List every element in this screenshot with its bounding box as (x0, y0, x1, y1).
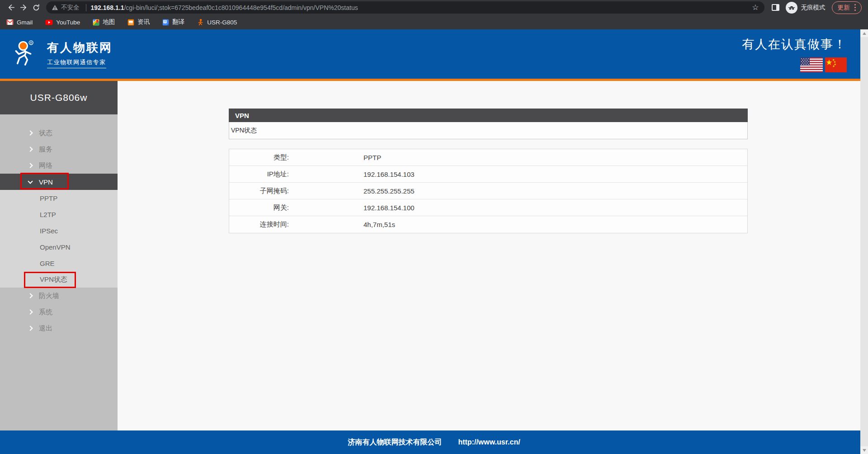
reload-button[interactable] (30, 2, 42, 14)
row-label: 子网掩码: (229, 187, 289, 195)
bookmark-label: 翻译 (172, 18, 184, 26)
address-bar[interactable]: 不安全 192.168.1.1/cgi-bin/luci/;stok=6725b… (46, 1, 764, 14)
bookmark-label: Gmail (17, 19, 33, 26)
chevron-right-icon (28, 293, 33, 298)
row-value: 255.255.255.255 (363, 187, 415, 195)
chevron-right-icon (28, 326, 33, 331)
sidebar-nav: 状态 服务 网络 VPN PPTP L2TP IPSec OpenVPN GRE… (0, 114, 118, 336)
header-right: 有人在认真做事！ (742, 36, 847, 72)
table-row: 连接时间:4h,7m,51s (229, 216, 747, 233)
bookmark-translate[interactable]: 翻译 (162, 18, 184, 26)
chevron-right-icon (28, 130, 33, 135)
bookmark-label: YouTube (56, 19, 80, 26)
sidebar-item-label: L2TP (40, 211, 56, 218)
bookmark-gmail[interactable]: Gmail (6, 19, 33, 26)
sidebar-item-pptp[interactable]: PPTP (0, 190, 118, 206)
us-flag-icon[interactable] (800, 57, 823, 72)
table-row: 子网掩码:255.255.255.255 (229, 183, 747, 199)
chrome-menu-icon[interactable] (854, 4, 856, 11)
chevron-down-icon (28, 179, 33, 184)
footer-website-link[interactable]: http://www.usr.cn/ (458, 438, 520, 446)
sidebar-item-gre[interactable]: GRE (0, 255, 118, 271)
update-label: 更新 (838, 4, 850, 12)
row-value: 192.168.154.103 (363, 170, 415, 178)
news-icon (127, 19, 134, 26)
incognito-indicator: 无痕模式 (786, 2, 826, 14)
side-panel-icon[interactable] (772, 4, 779, 11)
maps-icon (93, 19, 99, 26)
chrome-update-button[interactable]: 更新 (832, 1, 862, 14)
bookmark-usr-g805[interactable]: USR-G805 (197, 19, 237, 26)
page-scrollbar[interactable] (860, 29, 868, 454)
sidebar-item-label: PPTP (40, 194, 57, 202)
row-value: 192.168.154.100 (363, 204, 415, 212)
row-value: PPTP (363, 154, 381, 161)
scrollbar-down-arrow[interactable] (860, 446, 868, 454)
sidebar-item-label: 网络 (39, 161, 52, 170)
header-slogan: 有人在认真做事！ (742, 36, 847, 52)
toolbar-right-controls: 无痕模式 更新 (772, 1, 862, 14)
page-body: USR-G806w 状态 服务 网络 VPN PPTP L2TP IPSec O… (0, 81, 868, 430)
row-label: 网关: (229, 203, 289, 212)
bookmark-youtube[interactable]: YouTube (45, 19, 80, 26)
language-flags (742, 57, 847, 72)
reload-icon (32, 4, 40, 12)
sidebar-item-logout[interactable]: 退出 (0, 320, 118, 336)
sidebar-item-services[interactable]: 服务 (0, 141, 118, 157)
bookmark-label: 资讯 (137, 18, 150, 26)
row-label: 连接时间: (229, 220, 289, 229)
sidebar-item-status[interactable]: 状态 (0, 125, 118, 141)
sidebar-item-label: 服务 (39, 145, 52, 154)
scrollbar-thumb[interactable] (860, 37, 868, 446)
browser-chrome: 不安全 192.168.1.1/cgi-bin/luci/;stok=6725b… (0, 0, 868, 29)
svg-text:R: R (30, 41, 32, 44)
china-flag-icon[interactable] (825, 57, 847, 72)
bookmarks-bar: Gmail YouTube 地图 资讯 翻译 USR-G805 (0, 15, 868, 29)
site-header: R 有人物联网 工业物联网通信专家 有人在认真做事！ (0, 29, 868, 79)
table-row: 网关:192.168.154.100 (229, 199, 747, 216)
row-value: 4h,7m,51s (363, 221, 395, 228)
sidebar-item-label: 状态 (39, 129, 52, 137)
back-arrow-icon (7, 3, 15, 12)
sidebar-item-label: IPSec (40, 227, 58, 235)
translate-icon (162, 19, 169, 26)
sidebar-item-label: VPN (39, 178, 53, 186)
sidebar-item-l2tp[interactable]: L2TP (0, 206, 118, 222)
bookmark-label: 地图 (103, 18, 115, 26)
sidebar-item-label: 防火墙 (39, 292, 59, 300)
row-label: 类型: (229, 153, 289, 162)
sidebar-item-label: VPN状态 (40, 275, 67, 284)
sidebar-item-label: 系统 (39, 308, 52, 317)
not-secure-label: 不安全 (61, 4, 80, 12)
sidebar-item-firewall[interactable]: 防火墙 (0, 288, 118, 304)
table-row: IP地址:192.168.154.103 (229, 166, 747, 183)
sidebar-item-openvpn[interactable]: OpenVPN (0, 239, 118, 255)
panel-subtitle: VPN状态 (229, 122, 748, 139)
chevron-right-icon (28, 309, 33, 314)
sidebar-item-vpn[interactable]: VPN (0, 174, 118, 190)
sidebar-item-system[interactable]: 系统 (0, 304, 118, 320)
browser-toolbar: 不安全 192.168.1.1/cgi-bin/luci/;stok=6725b… (0, 0, 868, 15)
usr-logo-icon: R (13, 40, 41, 69)
sidebar-item-ipsec[interactable]: IPSec (0, 222, 118, 239)
bookmark-star-icon[interactable]: ☆ (752, 3, 759, 12)
back-button[interactable] (5, 2, 17, 14)
sidebar-item-network[interactable]: 网络 (0, 157, 118, 174)
brand-tagline: 工业物联网通信专家 (47, 58, 106, 68)
scrollbar-up-arrow[interactable] (860, 29, 868, 37)
screenshot-root: 不安全 192.168.1.1/cgi-bin/luci/;stok=6725b… (0, 0, 868, 454)
sidebar-item-vpn-status[interactable]: VPN状态 (0, 271, 118, 288)
url-path: /cgi-bin/luci/;stok=6725bedeaf0c1c801096… (124, 4, 358, 11)
usr-favicon (197, 19, 204, 26)
not-secure-warning-icon (52, 4, 58, 11)
bookmark-maps[interactable]: 地图 (93, 18, 115, 26)
bookmark-news[interactable]: 资讯 (127, 18, 150, 26)
sidebar-item-label: GRE (40, 260, 55, 267)
sidebar: USR-G806w 状态 服务 网络 VPN PPTP L2TP IPSec O… (0, 81, 118, 430)
sidebar-item-label: 退出 (39, 324, 52, 333)
forward-button[interactable] (17, 2, 30, 14)
vpn-panel: VPN VPN状态 类型:PPTP IP地址:192.168.154.103 子… (229, 109, 748, 233)
bookmark-label: USR-G805 (207, 19, 237, 26)
footer-company: 济南有人物联网技术有限公司 (348, 438, 442, 447)
incognito-label: 无痕模式 (801, 4, 826, 12)
